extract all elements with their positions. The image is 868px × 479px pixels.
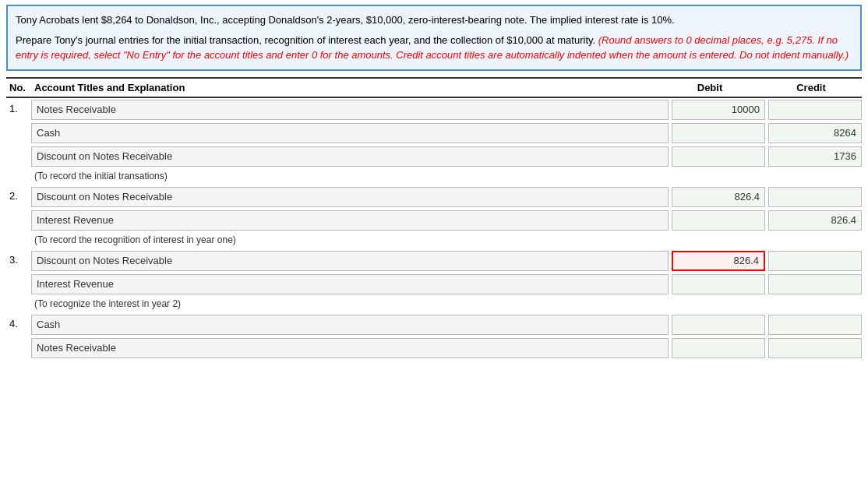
entry-3-row-1: 3. [6,249,862,273]
entry-1-no: 1. [6,100,31,114]
entry-1-debit-1[interactable] [672,100,765,120]
entry-4-debit-1[interactable] [672,315,765,335]
entry-1-row-2 [31,122,862,145]
problem-box: Tony Acrobats lent $8,264 to Donaldson, … [6,5,862,71]
entry-1-account-3[interactable] [31,146,669,167]
entry-3-account-2[interactable] [31,274,669,294]
entry-2-no: 2. [6,187,31,202]
entry-1-account-1[interactable] [31,100,669,120]
entry-2-debit-2[interactable] [672,210,765,231]
entry-4-account-2[interactable] [31,338,669,358]
entry-3-debit-2[interactable] [672,274,765,294]
entry-1-credit-1[interactable] [768,100,862,120]
journal-table: No. Account Titles and Explanation Debit… [6,77,862,360]
header-no: No. [6,82,31,93]
entry-3-account-1[interactable] [31,251,669,271]
entry-1-row-1: 1. [6,98,862,122]
entry-1-note: (To record the initial transations) [6,168,862,184]
entry-4-no: 4. [6,315,31,329]
entry-3-debit-1[interactable] [672,251,765,271]
entry-2-row-2 [31,209,862,232]
entry-4-row-2 [31,336,862,360]
entry-1-row-3 [31,145,862,168]
entry-3-note: (To recognize the interest in year 2) [6,296,862,312]
header-debit: Debit [659,82,760,93]
entry-2-row-1: 2. [6,185,862,209]
entry-1-debit-2[interactable] [672,123,765,143]
entry-1: 1. (To record the initial transations) [6,98,862,184]
problem-text-2: Prepare Tony's journal entries for the i… [16,33,852,63]
entry-3-no: 3. [6,251,31,266]
table-header: No. Account Titles and Explanation Debit… [6,77,862,98]
entry-2-account-2[interactable] [31,210,669,231]
entry-1-account-2[interactable] [31,123,669,143]
entry-4-row-1: 4. [6,313,862,336]
entry-4-account-1[interactable] [31,315,669,335]
entry-2-account-1[interactable] [31,187,669,207]
entry-3-credit-1[interactable] [768,251,862,271]
entry-3-row-2 [31,273,862,296]
entry-4-credit-2[interactable] [768,338,862,358]
entry-1-credit-3[interactable] [768,146,862,167]
header-credit: Credit [760,82,862,93]
entry-4-credit-1[interactable] [768,315,862,335]
entry-4: 4. [6,313,862,360]
entry-4-debit-2[interactable] [672,338,765,358]
entry-2-debit-1[interactable] [672,187,765,207]
header-account: Account Titles and Explanation [31,82,659,93]
problem-text-1: Tony Acrobats lent $8,264 to Donaldson, … [16,12,852,28]
problem-prefix: Prepare Tony's journal entries for the i… [16,34,595,46]
entry-2-note: (To record the recognition of interest i… [6,232,862,248]
entry-3-credit-2[interactable] [768,274,862,294]
entry-1-debit-3[interactable] [672,146,765,167]
entry-2-credit-2[interactable] [768,210,862,231]
entry-2-credit-1[interactable] [768,187,862,207]
entry-2: 2. (To record the recognition of interes… [6,185,862,248]
entry-3: 3. (To recognize the interest in year 2) [6,249,862,312]
entry-1-credit-2[interactable] [768,123,862,143]
